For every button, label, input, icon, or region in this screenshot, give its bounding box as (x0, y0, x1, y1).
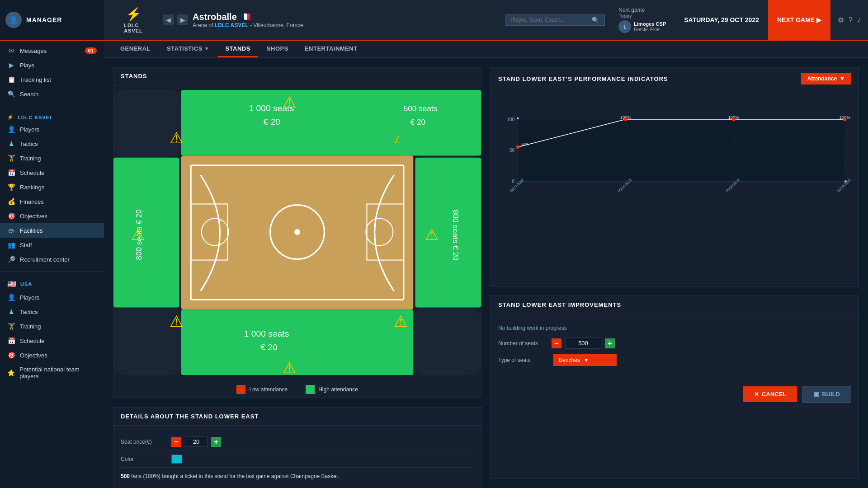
svg-text:⚠: ⚠ (425, 226, 439, 243)
svg-point-50 (624, 117, 627, 121)
fans-count: 500 (121, 473, 130, 479)
seat-price-plus-button[interactable]: + (211, 437, 221, 447)
players-icon: 👤 (7, 126, 15, 133)
top-bar: 👤 MANAGER ⚡ LDLCASVEL ◀ ▶ Astroballe 🇫🇷 … (0, 0, 868, 41)
stands-diagram: 1 000 seats € 20 ⚠ ⚠ ⚠ 500 seats € 20 (113, 85, 481, 380)
manager-name: MANAGER (26, 16, 62, 23)
sidebar-item-training[interactable]: 🏋 Training (0, 151, 104, 165)
svg-text:€ 20: € 20 (264, 117, 280, 127)
sidebar-staff-label: Staff (20, 242, 32, 249)
type-row: Type of seats Benches ▼ (498, 354, 851, 366)
subnav-shops[interactable]: SHOPS (259, 41, 296, 57)
usa-objectives-icon: 🎯 (7, 352, 15, 359)
sidebar-item-plays[interactable]: ▶ Plays (0, 58, 104, 72)
search-input[interactable] (510, 17, 592, 23)
seats-input[interactable] (565, 338, 601, 349)
sidebar-item-usa-objectives[interactable]: 🎯 Objectives (0, 348, 104, 362)
svg-rect-0 (113, 90, 181, 158)
build-button[interactable]: ▣ BUILD (802, 386, 851, 403)
nav-arrows: ◀ ▶ (163, 14, 188, 25)
team-arena: Arena of LDLC ASVEL - Villeurbanne, Fran… (193, 22, 303, 28)
nav-back-button[interactable]: ◀ (163, 14, 174, 25)
seats-plus-button[interactable]: + (605, 338, 615, 348)
sidebar-potential-label: Potential national team players (19, 366, 97, 380)
help-icon[interactable]: ? (849, 16, 853, 24)
sidebar-usa-players-label: Players (20, 294, 39, 301)
svg-text:0: 0 (512, 179, 515, 184)
color-swatch[interactable] (171, 455, 182, 464)
legend-high-box (306, 385, 315, 394)
sidebar-divider-2 (0, 271, 104, 272)
sidebar-item-rankings[interactable]: 🏆 Rankings (0, 180, 104, 194)
type-label: Type of seats (498, 357, 548, 363)
recruitment-icon: 🔎 (7, 256, 15, 263)
subnav-entertainment[interactable]: ENTERTAINMENT (297, 41, 365, 57)
svg-text:50: 50 (509, 148, 515, 153)
sidebar-item-schedule[interactable]: 📅 Schedule (0, 165, 104, 180)
cancel-button[interactable]: ✕ CANCEL (743, 386, 797, 402)
color-row: Color (121, 451, 474, 468)
dropdown-label: Attendance (807, 75, 837, 82)
search-icon: 🔍 (592, 17, 599, 23)
sidebar-item-tracking[interactable]: 📋 Tracking list (0, 72, 104, 87)
sidebar-item-usa-players[interactable]: 👤 Players (0, 290, 104, 305)
seats-label: Number of seats (498, 340, 548, 347)
date-display: SATURDAY, 29 OCT 2022 (684, 16, 759, 23)
logo-text: LDLCASVEL (124, 23, 143, 33)
improvements-panel-header: STAND LOWER EAST IMPROVEMENTS (491, 296, 859, 314)
sidebar-training-label: Training (20, 155, 41, 162)
sidebar-item-players[interactable]: 👤 Players (0, 122, 104, 136)
staff-icon: 👥 (7, 241, 15, 249)
search-bar[interactable]: 🔍 (505, 14, 605, 26)
sidebar-item-usa-schedule[interactable]: 📅 Schedule (0, 333, 104, 348)
type-select-button[interactable]: Benches ▼ (553, 354, 617, 366)
main-layout: ✉ Messages 61 ▶ Plays 📋 Tracking list 🔍 … (0, 41, 868, 488)
tracking-icon: 📋 (7, 76, 15, 83)
subnav-stands[interactable]: STANDS (218, 41, 257, 57)
svg-marker-42 (516, 117, 519, 119)
sidebar-item-potential[interactable]: ⭐ Potential national team players (0, 362, 104, 383)
attendance-dropdown-button[interactable]: Attendance ▼ (801, 73, 851, 84)
sidebar-item-usa-tactics[interactable]: ♟ Tactics (0, 305, 104, 319)
usa-players-icon: 👤 (7, 294, 15, 301)
next-game-label: Next game (618, 7, 666, 13)
usa-tactics-icon: ♟ (7, 308, 15, 315)
sidebar-item-staff[interactable]: 👥 Staff (0, 238, 104, 252)
team-flag: 🇫🇷 (241, 12, 250, 22)
sidebar-item-search[interactable]: 🔍 Search (0, 87, 104, 101)
sidebar-item-recruitment[interactable]: 🔎 Recruitment center (0, 252, 104, 267)
sidebar-objectives-label: Objectives (20, 213, 47, 220)
sidebar-item-messages[interactable]: ✉ Messages 61 (0, 43, 104, 58)
stands-legend: Low attendance High attendance (113, 380, 481, 398)
seats-row: Number of seats − + (498, 338, 851, 349)
seats-minus-button[interactable]: − (552, 338, 561, 348)
arena-link[interactable]: LDLC ASVEL (215, 22, 249, 28)
svg-text:⚠: ⚠ (170, 313, 183, 330)
match-team2: Betclic Élite (634, 27, 666, 32)
sidebar-tracking-label: Tracking list (20, 76, 51, 83)
nav-forward-button[interactable]: ▶ (177, 14, 188, 25)
avg-info-text: The average attendance in this stand is … (121, 483, 474, 488)
sidebar-usa-objectives-label: Objectives (20, 352, 47, 359)
sidebar-item-finances[interactable]: 💰 Finances (0, 194, 104, 209)
sidebar-item-objectives[interactable]: 🎯 Objectives (0, 209, 104, 223)
sidebar-usa-header: 🇺🇸 USA (0, 276, 104, 290)
sub-nav: GENERAL STATISTICS ▼ STANDS SHOPS ENTERT… (104, 41, 868, 58)
team-logo: ⚡ LDLCASVEL (104, 3, 163, 37)
music-icon[interactable]: ♪ (857, 16, 861, 24)
legend-high-label: High attendance (318, 386, 358, 393)
legend-high: High attendance (306, 385, 358, 394)
subnav-statistics[interactable]: STATISTICS ▼ (160, 41, 216, 57)
sidebar-item-facilities[interactable]: 🏟 Facilities (0, 223, 104, 238)
next-game-button[interactable]: NEXT GAME ▶ (768, 0, 830, 40)
type-value: Benches (559, 357, 580, 363)
sidebar-item-usa-training[interactable]: 🏋 Training (0, 319, 104, 333)
settings-icon[interactable]: ⚙ (838, 16, 844, 24)
type-select-chevron: ▼ (584, 357, 589, 363)
svg-text:⚠: ⚠ (283, 359, 296, 375)
seat-price-minus-button[interactable]: − (171, 437, 181, 447)
training-icon: 🏋 (7, 155, 15, 162)
subnav-general[interactable]: GENERAL (113, 41, 158, 57)
sidebar-item-tactics[interactable]: ♟ Tactics (0, 136, 104, 151)
svg-point-51 (732, 117, 735, 121)
